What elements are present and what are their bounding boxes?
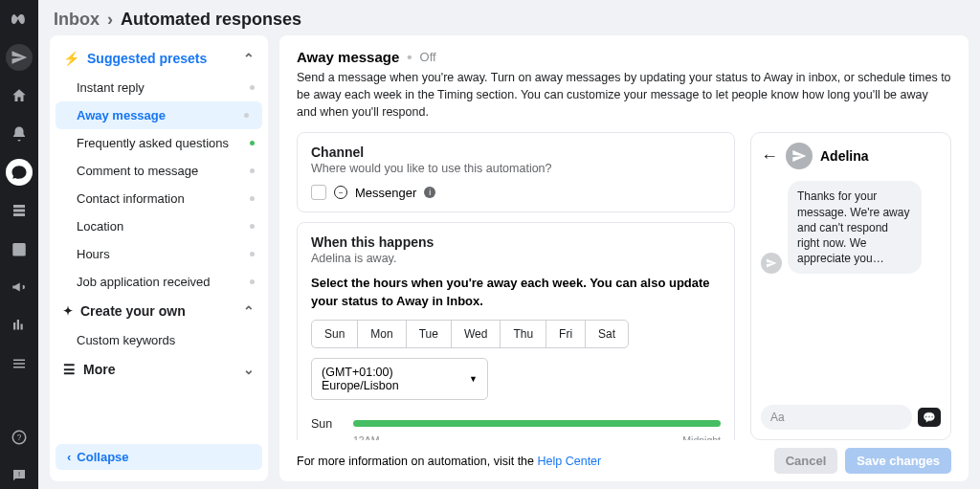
schedule-row-sun: Sun bbox=[311, 417, 721, 431]
schedule-chart: Sun 12AM Midnight Mon bbox=[311, 417, 721, 440]
breadcrumb: Inbox › Automated responses bbox=[38, 0, 980, 35]
calendar-icon[interactable] bbox=[6, 235, 33, 262]
status-dot bbox=[250, 85, 255, 90]
suggested-presets-header[interactable]: ⚡ Suggested presets ⌃ bbox=[50, 43, 268, 74]
chevron-down-icon: ▼ bbox=[469, 374, 478, 384]
home-icon[interactable] bbox=[6, 82, 33, 109]
inbox-icon[interactable] bbox=[6, 159, 33, 186]
status-dot bbox=[250, 224, 255, 229]
send-icon[interactable] bbox=[6, 44, 33, 71]
timing-subtitle: Adelina is away. bbox=[311, 252, 721, 265]
breadcrumb-current: Automated responses bbox=[121, 10, 301, 30]
list-icon: ☰ bbox=[63, 362, 76, 377]
presets-sidebar: ⚡ Suggested presets ⌃ Instant reply Away… bbox=[50, 35, 268, 481]
avatar bbox=[786, 143, 813, 169]
svg-text:?: ? bbox=[17, 433, 22, 442]
insights-icon[interactable] bbox=[6, 312, 33, 339]
chevron-up-icon: ⌃ bbox=[243, 303, 255, 319]
avatar-small bbox=[761, 253, 782, 274]
bell-icon[interactable] bbox=[6, 121, 33, 147]
config-column: Channel Where would you like to use this… bbox=[297, 132, 735, 440]
status-dot bbox=[250, 279, 255, 284]
main-area: Inbox › Automated responses ⚡ Suggested … bbox=[38, 0, 980, 489]
preview-text-input[interactable]: Aa bbox=[761, 405, 912, 430]
status-dot bbox=[250, 252, 255, 256]
channel-option-messenger[interactable]: ~ Messenger i bbox=[311, 185, 721, 200]
day-wed[interactable]: Wed bbox=[452, 321, 501, 347]
svg-text:!: ! bbox=[18, 470, 20, 478]
day-thu[interactable]: Thu bbox=[501, 321, 546, 347]
preset-away-message[interactable]: Away message bbox=[56, 101, 262, 129]
channel-subtitle: Where would you like to use this automat… bbox=[311, 162, 721, 175]
preset-job-application[interactable]: Job application received bbox=[50, 268, 268, 296]
more-header[interactable]: ☰ More ⌄ bbox=[50, 354, 268, 385]
page-description: Send a message when you're away. Turn on… bbox=[297, 69, 951, 121]
day-tue[interactable]: Tue bbox=[407, 321, 452, 347]
checkbox[interactable] bbox=[311, 185, 326, 200]
dot-separator: • bbox=[407, 49, 412, 65]
lightning-icon: ⚡ bbox=[63, 51, 79, 66]
menu-icon[interactable] bbox=[6, 350, 33, 377]
status-dot bbox=[244, 113, 249, 118]
chat-message: Thanks for your message. We're away and … bbox=[761, 181, 941, 274]
message-preview: ← Adelina Thanks for your message. We're… bbox=[750, 132, 951, 440]
schedule-bar[interactable] bbox=[353, 420, 721, 427]
info-icon[interactable]: i bbox=[424, 187, 435, 198]
preset-comment-to-message[interactable]: Comment to message bbox=[50, 157, 268, 185]
status-dot bbox=[250, 168, 255, 173]
meta-logo-icon[interactable] bbox=[6, 6, 33, 33]
chevron-right-icon: › bbox=[107, 10, 113, 30]
messenger-icon: ~ bbox=[334, 186, 347, 199]
chevron-down-icon: ⌄ bbox=[243, 362, 255, 377]
message-bubble: Thanks for your message. We're away and … bbox=[788, 181, 922, 274]
day-fri[interactable]: Fri bbox=[546, 321, 586, 347]
posts-icon[interactable] bbox=[6, 197, 33, 224]
channel-title: Channel bbox=[311, 144, 721, 160]
help-center-link[interactable]: Help Center bbox=[538, 455, 602, 468]
help-icon[interactable]: ? bbox=[6, 424, 33, 451]
timezone-select[interactable]: (GMT+01:00) Europe/Lisbon ▼ bbox=[311, 358, 488, 400]
day-sat[interactable]: Sat bbox=[586, 321, 628, 347]
timing-title: When this happens bbox=[311, 234, 721, 250]
workspace: Away message • Off Send a message when y… bbox=[279, 35, 969, 481]
collapse-button[interactable]: ‹ Collapse bbox=[56, 444, 262, 470]
day-selector: Sun Mon Tue Wed Thu Fri Sat bbox=[311, 320, 629, 348]
emoji-button[interactable]: 💬 bbox=[918, 408, 941, 427]
footer: For more information on automation, visi… bbox=[297, 440, 951, 474]
preview-header: ← Adelina bbox=[761, 143, 941, 169]
page-title: Away message • Off bbox=[297, 49, 951, 65]
preset-instant-reply[interactable]: Instant reply bbox=[50, 74, 268, 101]
preset-location[interactable]: Location bbox=[50, 212, 268, 240]
day-sun[interactable]: Sun bbox=[312, 321, 358, 347]
sparkle-icon: ✦ bbox=[63, 304, 73, 318]
channel-card: Channel Where would you like to use this… bbox=[297, 132, 735, 212]
day-mon[interactable]: Mon bbox=[358, 321, 406, 347]
preset-custom-keywords[interactable]: Custom keywords bbox=[50, 326, 268, 354]
preset-hours[interactable]: Hours bbox=[50, 240, 268, 268]
preview-input-row: Aa 💬 bbox=[761, 405, 941, 430]
status-label: Off bbox=[420, 50, 436, 64]
preset-contact-info[interactable]: Contact information bbox=[50, 185, 268, 212]
status-dot bbox=[250, 196, 255, 201]
timing-instruction: Select the hours when you're away each w… bbox=[311, 275, 721, 309]
create-your-own-header[interactable]: ✦ Create your own ⌃ bbox=[50, 296, 268, 326]
chevron-up-icon: ⌃ bbox=[243, 51, 255, 66]
timing-card: When this happens Adelina is away. Selec… bbox=[297, 222, 735, 440]
save-button[interactable]: Save changes bbox=[845, 448, 951, 474]
breadcrumb-parent[interactable]: Inbox bbox=[54, 10, 100, 30]
preset-faq[interactable]: Frequently asked questions bbox=[50, 129, 268, 157]
cancel-button[interactable]: Cancel bbox=[774, 448, 838, 474]
chevron-left-icon: ‹ bbox=[67, 450, 71, 464]
feedback-icon[interactable]: ! bbox=[6, 462, 33, 489]
footer-text: For more information on automation, visi… bbox=[297, 455, 601, 468]
status-dot-active bbox=[250, 141, 255, 145]
left-rail: ? ! bbox=[0, 0, 38, 489]
back-arrow-icon[interactable]: ← bbox=[761, 146, 778, 167]
preview-name: Adelina bbox=[820, 148, 869, 164]
megaphone-icon[interactable] bbox=[6, 274, 33, 300]
